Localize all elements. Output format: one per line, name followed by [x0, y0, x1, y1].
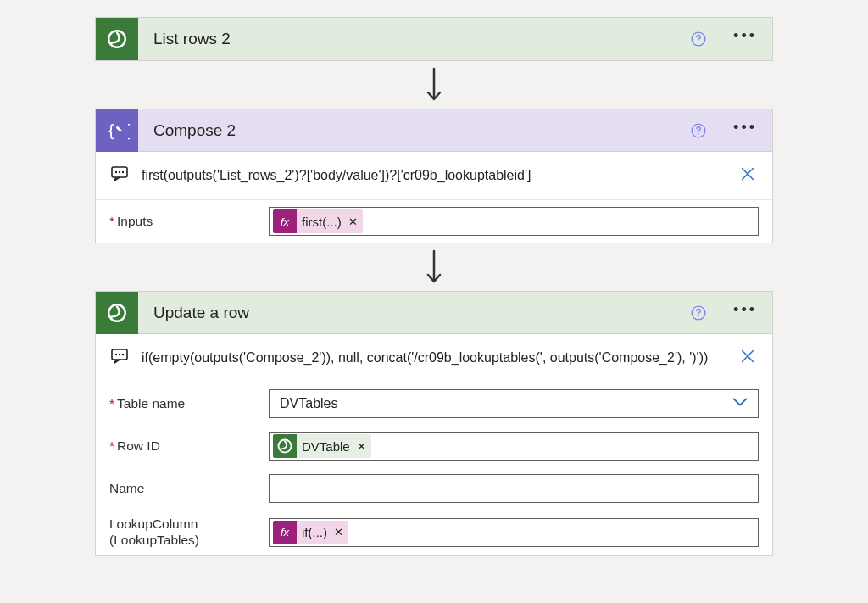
token-text: DVTable [302, 439, 350, 454]
select-value: DVTables [273, 396, 337, 411]
name-field[interactable] [269, 474, 759, 503]
card-title: List rows 2 [138, 30, 689, 48]
remove-token-button[interactable]: ✕ [347, 215, 358, 228]
dismiss-note-button[interactable] [738, 347, 759, 369]
row-id-field[interactable]: DVTable✕ [269, 432, 759, 461]
help-icon[interactable] [689, 304, 708, 322]
more-button[interactable]: ••• [730, 120, 760, 142]
help-icon[interactable] [689, 30, 708, 48]
note-text: first(outputs('List_rows_2')?['body/valu… [142, 168, 726, 183]
help-icon[interactable] [689, 121, 708, 140]
card-header[interactable]: List rows 2 ••• [96, 18, 772, 60]
param-label: *Row ID [109, 438, 259, 455]
dataverse-icon [96, 18, 138, 60]
param-row-lookup-column: LookupColumn (LookupTables) fx if(...)✕ [96, 510, 772, 555]
note-text: if(empty(outputs('Compose_2')), null, co… [142, 350, 726, 366]
card-header[interactable]: Compose 2 ••• [96, 109, 772, 152]
comment-icon [109, 346, 130, 370]
param-label: *Inputs [109, 214, 259, 230]
expression-token[interactable]: fx first(...)✕ [273, 209, 363, 233]
param-row-inputs: *Inputs fx first(...)✕ [96, 200, 772, 243]
token-text: first(...) [302, 215, 342, 229]
action-card-compose-2: Compose 2 ••• first(outputs('List_rows_2… [95, 109, 773, 243]
dynamic-content-token[interactable]: DVTable✕ [273, 434, 371, 458]
param-label: Name [109, 481, 259, 497]
dataverse-icon [273, 434, 297, 458]
action-card-list-rows-2[interactable]: List rows 2 ••• [95, 17, 773, 61]
action-card-update-row: Update a row ••• if(empty(outputs('Compo… [95, 291, 773, 556]
card-title: Compose 2 [138, 121, 689, 140]
comment-icon [109, 164, 130, 187]
more-button[interactable]: ••• [730, 302, 760, 324]
inputs-field[interactable]: fx first(...)✕ [269, 207, 759, 236]
name-input[interactable] [273, 478, 754, 500]
fx-icon: fx [273, 521, 297, 544]
remove-token-button[interactable]: ✕ [332, 526, 343, 539]
param-row-table-name: *Table name DVTables [96, 382, 772, 425]
more-button[interactable]: ••• [730, 28, 760, 50]
dismiss-note-button[interactable] [738, 165, 759, 187]
param-row-row-id: *Row ID DVTable✕ [96, 425, 772, 467]
card-title: Update a row [138, 304, 689, 322]
remove-token-button[interactable]: ✕ [355, 440, 366, 453]
expression-token[interactable]: fx if(...)✕ [273, 521, 348, 544]
param-label: *Table name [109, 396, 259, 412]
flow-arrow-icon [424, 61, 444, 109]
note-banner: first(outputs('List_rows_2')?['body/valu… [96, 152, 772, 200]
chevron-down-icon [731, 393, 754, 415]
flow-arrow-icon [424, 243, 444, 291]
note-banner: if(empty(outputs('Compose_2')), null, co… [96, 334, 772, 382]
card-header[interactable]: Update a row ••• [96, 292, 772, 334]
param-label: LookupColumn (LookupTables) [109, 516, 259, 548]
fx-icon: fx [273, 209, 297, 233]
lookup-column-field[interactable]: fx if(...)✕ [269, 518, 759, 547]
param-row-name: Name [96, 467, 772, 510]
dataverse-icon [96, 292, 138, 334]
compose-icon [96, 109, 138, 152]
token-text: if(...) [302, 525, 327, 539]
table-name-select[interactable]: DVTables [269, 389, 759, 418]
